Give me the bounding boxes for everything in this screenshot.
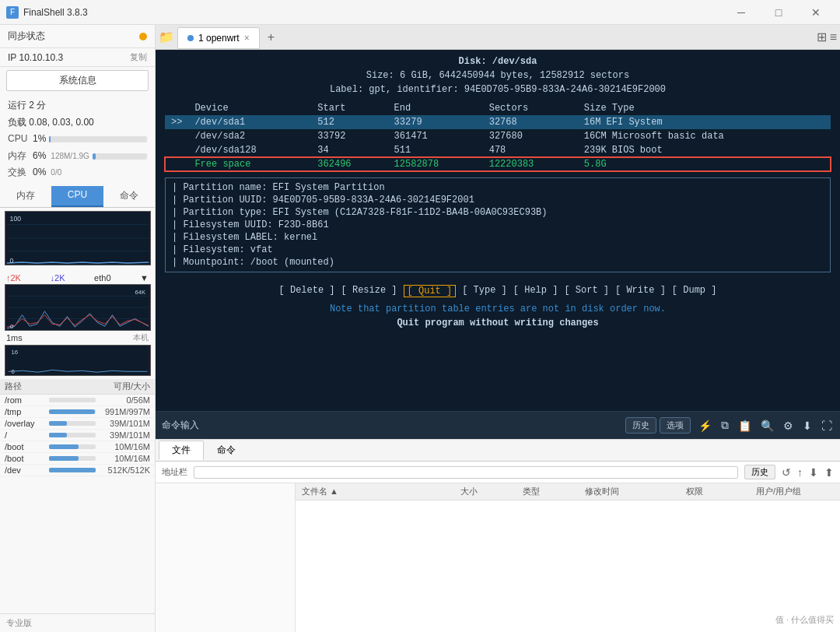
path-bar-container-tmp — [49, 409, 96, 414]
path-row-dev[interactable]: /dev 512K/512K — [0, 465, 155, 476]
info-line-7: | Mountpoint: /boot (mounted) — [172, 256, 824, 269]
sync-status-dot — [139, 33, 147, 40]
new-tab-button[interactable]: + — [263, 30, 279, 44]
search-icon[interactable]: 🔍 — [759, 420, 775, 432]
paste-icon[interactable]: 📋 — [737, 420, 753, 432]
main-layout: 同步状态 IP 10.10.10.3 复制 系统信息 运行 2 分 负载 0.0… — [0, 25, 840, 632]
menu-quit[interactable]: [ Quit ] — [404, 285, 457, 297]
content-area: 📁 1 openwrt × + ⊞ ≡ Disk: /dev/sda Size:… — [156, 25, 840, 632]
path-row-tmp[interactable]: /tmp 991M/997M — [0, 406, 155, 418]
main-tab[interactable]: 1 openwrt × — [177, 27, 260, 49]
swap-row: 交换 0% 0/0 — [8, 164, 147, 181]
tab-cpu[interactable]: CPU — [51, 186, 103, 207]
disk-label: Label: gpt, identifier: 94E0D705-95B9-83… — [165, 84, 831, 95]
disk-title: Disk: /dev/sda — [165, 56, 831, 67]
svg-text:64K: 64K — [135, 289, 146, 296]
file-history-button[interactable]: 历史 — [744, 465, 775, 479]
copy-ip-button[interactable]: 复制 — [130, 51, 147, 63]
options-button[interactable]: 选项 — [660, 417, 691, 434]
list-icon[interactable]: ≡ — [830, 30, 837, 44]
tab-status-dot — [187, 35, 194, 41]
address-bar[interactable] — [194, 466, 738, 479]
path-name-boot1: /boot — [5, 442, 49, 451]
download-icon[interactable]: ⬇ — [801, 420, 814, 432]
minimize-button[interactable]: ─ — [723, 0, 759, 25]
row-sectors-sda1: 32768 — [483, 115, 578, 129]
net-graph-section: ↑2K ↓2K eth0 ▼ 0 64K 1ms — [0, 269, 155, 379]
bottom-tab-file[interactable]: 文件 — [159, 441, 204, 460]
upload-file-button[interactable]: ⬆ — [824, 466, 834, 479]
settings-icon[interactable]: ⚙ — [782, 420, 795, 432]
lightning-icon[interactable]: ⚡ — [697, 420, 713, 432]
path-bar-container-boot2 — [49, 456, 96, 461]
path-row-rom[interactable]: /rom 0/56M — [0, 395, 155, 406]
swap-value: 0% — [33, 164, 46, 181]
close-button[interactable]: ✕ — [798, 0, 834, 25]
path-row-boot1[interactable]: /boot 10M/16M — [0, 441, 155, 453]
history-button[interactable]: 历史 — [625, 417, 656, 434]
col-filename[interactable]: 文件名 ▲ — [302, 486, 460, 497]
path-row-boot2[interactable]: /boot 10M/16M — [0, 453, 155, 465]
bottom-tabs: 文件 命令 — [156, 439, 840, 461]
menu-sort[interactable]: [ Sort ] — [564, 285, 609, 297]
tab-bar: 📁 1 openwrt × + ⊞ ≡ — [156, 25, 840, 50]
ip-bar: IP 10.10.10.3 复制 — [0, 48, 155, 67]
sys-info-button[interactable]: 系统信息 — [6, 70, 149, 91]
partition-row-sda2[interactable]: /dev/sda2 33792 361471 327680 16CM Micro… — [165, 129, 831, 143]
row-start-sda2: 33792 — [311, 129, 387, 143]
bottom-tab-cmd[interactable]: 命令 — [204, 441, 249, 460]
terminal-menu: [ Delete ] [ Resize ] [ Quit ] [ Type ] … — [165, 285, 831, 297]
menu-dump[interactable]: [ Dump ] — [672, 285, 717, 297]
th-size-type: Size Type — [578, 101, 831, 115]
menu-resize[interactable]: [ Resize ] — [341, 285, 397, 297]
file-list-empty — [296, 500, 840, 617]
tab-mem[interactable]: 内存 — [0, 186, 51, 207]
title-controls: ─ □ ✕ — [723, 0, 834, 25]
col-type[interactable]: 类型 — [523, 486, 585, 497]
path-row-root[interactable]: / 39M/101M — [0, 430, 155, 441]
load-row: 负载 0.08, 0.03, 0.00 — [8, 114, 147, 132]
folder-icon[interactable]: 📁 — [159, 30, 174, 44]
col-size[interactable]: 大小 — [460, 486, 523, 497]
menu-write[interactable]: [ Write ] — [615, 285, 666, 297]
partition-row-sda1[interactable]: >> /dev/sda1 512 33279 32768 16M EFI Sys… — [165, 115, 831, 129]
copy-icon[interactable]: ⧉ — [719, 419, 730, 432]
fullscreen-icon[interactable]: ⛶ — [820, 420, 834, 432]
tab-cmd[interactable]: 命令 — [103, 186, 155, 207]
svg-text:0: 0 — [11, 368, 14, 375]
row-end-sda2: 361471 — [388, 129, 483, 143]
row-arrow-sda128 — [165, 143, 188, 157]
file-table: 文件名 ▲ 大小 类型 修改时间 权限 用户/用户组 — [156, 483, 840, 632]
title-bar: F FinalShell 3.8.3 ─ □ ✕ — [0, 0, 840, 25]
file-list-panel: 文件名 ▲ 大小 类型 修改时间 权限 用户/用户组 — [296, 483, 840, 632]
path-size-boot2: 10M/16M — [96, 454, 150, 463]
file-col-header: 文件名 ▲ 大小 类型 修改时间 权限 用户/用户组 — [296, 483, 840, 500]
cmd-buttons: 历史 选项 — [625, 417, 691, 434]
path-row-overlay[interactable]: /overlay 39M/101M — [0, 418, 155, 430]
row-type-sda128: 239K BIOS boot — [578, 143, 831, 157]
row-type-free: 5.8G — [578, 157, 831, 171]
refresh-button[interactable]: ↺ — [782, 466, 791, 479]
tab-close-button[interactable]: × — [244, 33, 250, 44]
row-sectors-sda2: 327680 — [483, 129, 578, 143]
nav-up-button[interactable]: ↑ — [797, 466, 803, 479]
download-file-button[interactable]: ⬇ — [809, 466, 818, 479]
col-user[interactable]: 用户/用户组 — [756, 486, 834, 497]
menu-delete[interactable]: [ Delete ] — [279, 285, 335, 297]
menu-type[interactable]: [ Type ] — [462, 285, 507, 297]
partition-row-free[interactable]: Free space 362496 12582878 12220383 5.8G — [165, 157, 831, 171]
menu-help[interactable]: [ Help ] — [513, 285, 558, 297]
col-mtime[interactable]: 修改时间 — [585, 486, 686, 497]
col-perms[interactable]: 权限 — [686, 486, 756, 497]
tab-bar-left: 📁 1 openwrt × + — [159, 26, 279, 49]
ip-address: IP 10.10.10.3 — [8, 52, 63, 63]
command-input[interactable] — [205, 420, 619, 431]
partition-row-sda128[interactable]: /dev/sda128 34 511 478 239K BIOS boot — [165, 143, 831, 157]
info-line-3: | Partition type: EFI System (C12A7328-F… — [172, 206, 824, 219]
maximize-button[interactable]: □ — [761, 0, 796, 25]
grid-icon[interactable]: ⊞ — [817, 30, 827, 44]
addr-label: 地址栏 — [162, 466, 187, 478]
path-bar-container-rom — [49, 398, 96, 402]
chevron-down-icon[interactable]: ▼ — [140, 273, 149, 283]
path-size-boot1: 10M/16M — [96, 442, 150, 451]
